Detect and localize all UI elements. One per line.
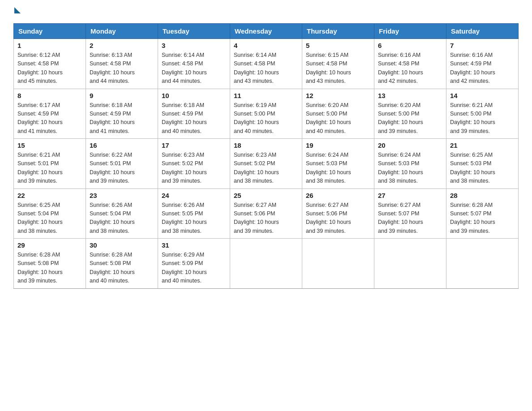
day-sun-info: Sunrise: 6:28 AMSunset: 5:08 PMDaylight:… — [90, 251, 154, 286]
day-of-week-header: Thursday — [302, 24, 374, 39]
calendar-cell: 31Sunrise: 6:29 AMSunset: 5:09 PMDayligh… — [158, 239, 230, 289]
calendar-cell — [374, 239, 446, 289]
calendar-cell: 29Sunrise: 6:28 AMSunset: 5:08 PMDayligh… — [14, 239, 86, 289]
day-number: 3 — [162, 42, 226, 49]
day-number: 23 — [90, 192, 154, 199]
day-sun-info: Sunrise: 6:14 AMSunset: 4:58 PMDaylight:… — [234, 51, 298, 86]
day-sun-info: Sunrise: 6:24 AMSunset: 5:03 PMDaylight:… — [378, 151, 442, 186]
day-number: 31 — [162, 241, 226, 249]
calendar-table: SundayMondayTuesdayWednesdayThursdayFrid… — [13, 23, 519, 289]
calendar-week-row: 1Sunrise: 6:12 AMSunset: 4:58 PMDaylight… — [14, 39, 519, 89]
day-sun-info: Sunrise: 6:20 AMSunset: 5:00 PMDaylight:… — [378, 101, 442, 136]
day-sun-info: Sunrise: 6:21 AMSunset: 5:01 PMDaylight:… — [17, 151, 82, 186]
day-sun-info: Sunrise: 6:22 AMSunset: 5:01 PMDaylight:… — [90, 151, 154, 186]
day-sun-info: Sunrise: 6:25 AMSunset: 5:04 PMDaylight:… — [17, 201, 82, 236]
day-number: 28 — [450, 192, 515, 199]
calendar-cell: 30Sunrise: 6:28 AMSunset: 5:08 PMDayligh… — [86, 239, 158, 289]
calendar-cell: 20Sunrise: 6:24 AMSunset: 5:03 PMDayligh… — [374, 139, 446, 189]
day-number: 14 — [450, 92, 515, 99]
day-sun-info: Sunrise: 6:16 AMSunset: 4:58 PMDaylight:… — [378, 51, 442, 86]
calendar-cell: 7Sunrise: 6:16 AMSunset: 4:59 PMDaylight… — [446, 39, 519, 89]
day-sun-info: Sunrise: 6:19 AMSunset: 5:00 PMDaylight:… — [234, 101, 298, 136]
calendar-cell: 25Sunrise: 6:27 AMSunset: 5:06 PMDayligh… — [230, 188, 302, 239]
day-sun-info: Sunrise: 6:27 AMSunset: 5:06 PMDaylight:… — [234, 201, 298, 236]
day-number: 7 — [450, 42, 515, 49]
day-number: 2 — [90, 42, 154, 49]
day-sun-info: Sunrise: 6:13 AMSunset: 4:58 PMDaylight:… — [90, 51, 154, 86]
day-number: 30 — [90, 241, 154, 249]
calendar-cell: 24Sunrise: 6:26 AMSunset: 5:05 PMDayligh… — [158, 188, 230, 239]
day-sun-info: Sunrise: 6:27 AMSunset: 5:07 PMDaylight:… — [378, 201, 442, 236]
calendar-cell: 17Sunrise: 6:23 AMSunset: 5:02 PMDayligh… — [158, 139, 230, 189]
day-number: 21 — [450, 141, 515, 149]
calendar-week-row: 8Sunrise: 6:17 AMSunset: 4:59 PMDaylight… — [14, 89, 519, 139]
calendar-cell: 10Sunrise: 6:18 AMSunset: 4:59 PMDayligh… — [158, 89, 230, 139]
day-number: 26 — [306, 192, 370, 199]
day-sun-info: Sunrise: 6:26 AMSunset: 5:05 PMDaylight:… — [162, 201, 226, 236]
day-of-week-header: Monday — [86, 24, 158, 39]
day-number: 11 — [234, 92, 298, 99]
calendar-cell: 6Sunrise: 6:16 AMSunset: 4:58 PMDaylight… — [374, 39, 446, 89]
calendar-cell — [446, 239, 519, 289]
day-of-week-header: Saturday — [446, 24, 519, 39]
day-of-week-header: Tuesday — [158, 24, 230, 39]
calendar-cell: 5Sunrise: 6:15 AMSunset: 4:58 PMDaylight… — [302, 39, 374, 89]
day-number: 6 — [378, 42, 442, 49]
calendar-cell: 27Sunrise: 6:27 AMSunset: 5:07 PMDayligh… — [374, 188, 446, 239]
day-number: 22 — [17, 192, 82, 199]
day-of-week-header: Wednesday — [230, 24, 302, 39]
day-number: 17 — [162, 141, 226, 149]
day-sun-info: Sunrise: 6:27 AMSunset: 5:06 PMDaylight:… — [306, 201, 370, 236]
day-number: 9 — [90, 92, 154, 99]
calendar-header-row: SundayMondayTuesdayWednesdayThursdayFrid… — [14, 24, 519, 39]
day-number: 5 — [306, 42, 370, 49]
day-sun-info: Sunrise: 6:23 AMSunset: 5:02 PMDaylight:… — [234, 151, 298, 186]
calendar-cell: 1Sunrise: 6:12 AMSunset: 4:58 PMDaylight… — [14, 39, 86, 89]
calendar-cell: 9Sunrise: 6:18 AMSunset: 4:59 PMDaylight… — [86, 89, 158, 139]
day-number: 12 — [306, 92, 370, 99]
calendar-cell: 18Sunrise: 6:23 AMSunset: 5:02 PMDayligh… — [230, 139, 302, 189]
day-sun-info: Sunrise: 6:14 AMSunset: 4:58 PMDaylight:… — [162, 51, 226, 86]
calendar-cell: 8Sunrise: 6:17 AMSunset: 4:59 PMDaylight… — [14, 89, 86, 139]
day-sun-info: Sunrise: 6:12 AMSunset: 4:58 PMDaylight:… — [17, 51, 82, 86]
day-sun-info: Sunrise: 6:24 AMSunset: 5:03 PMDaylight:… — [306, 151, 370, 186]
day-number: 25 — [234, 192, 298, 199]
calendar-week-row: 15Sunrise: 6:21 AMSunset: 5:01 PMDayligh… — [14, 139, 519, 189]
calendar-cell: 26Sunrise: 6:27 AMSunset: 5:06 PMDayligh… — [302, 188, 374, 239]
day-number: 15 — [17, 141, 82, 149]
day-number: 4 — [234, 42, 298, 49]
calendar-cell: 14Sunrise: 6:21 AMSunset: 5:00 PMDayligh… — [446, 89, 519, 139]
day-sun-info: Sunrise: 6:18 AMSunset: 4:59 PMDaylight:… — [90, 101, 154, 136]
calendar-cell: 22Sunrise: 6:25 AMSunset: 5:04 PMDayligh… — [14, 188, 86, 239]
day-sun-info: Sunrise: 6:18 AMSunset: 4:59 PMDaylight:… — [162, 101, 226, 136]
day-number: 8 — [17, 92, 82, 99]
calendar-cell: 21Sunrise: 6:25 AMSunset: 5:03 PMDayligh… — [446, 139, 519, 189]
day-sun-info: Sunrise: 6:23 AMSunset: 5:02 PMDaylight:… — [162, 151, 226, 186]
day-sun-info: Sunrise: 6:17 AMSunset: 4:59 PMDaylight:… — [17, 101, 82, 136]
day-number: 19 — [306, 141, 370, 149]
day-sun-info: Sunrise: 6:28 AMSunset: 5:07 PMDaylight:… — [450, 201, 515, 236]
day-sun-info: Sunrise: 6:25 AMSunset: 5:03 PMDaylight:… — [450, 151, 515, 186]
calendar-cell: 23Sunrise: 6:26 AMSunset: 5:04 PMDayligh… — [86, 188, 158, 239]
day-sun-info: Sunrise: 6:26 AMSunset: 5:04 PMDaylight:… — [90, 201, 154, 236]
day-sun-info: Sunrise: 6:15 AMSunset: 4:58 PMDaylight:… — [306, 51, 370, 86]
calendar-cell: 3Sunrise: 6:14 AMSunset: 4:58 PMDaylight… — [158, 39, 230, 89]
logo — [13, 9, 21, 15]
calendar-cell: 4Sunrise: 6:14 AMSunset: 4:58 PMDaylight… — [230, 39, 302, 89]
calendar-cell — [302, 239, 374, 289]
calendar-week-row: 29Sunrise: 6:28 AMSunset: 5:08 PMDayligh… — [14, 239, 519, 289]
logo-arrow-icon — [14, 7, 21, 13]
calendar-cell: 15Sunrise: 6:21 AMSunset: 5:01 PMDayligh… — [14, 139, 86, 189]
calendar-cell: 2Sunrise: 6:13 AMSunset: 4:58 PMDaylight… — [86, 39, 158, 89]
day-sun-info: Sunrise: 6:21 AMSunset: 5:00 PMDaylight:… — [450, 101, 515, 136]
calendar-cell: 16Sunrise: 6:22 AMSunset: 5:01 PMDayligh… — [86, 139, 158, 189]
day-number: 29 — [17, 241, 82, 249]
calendar-cell: 19Sunrise: 6:24 AMSunset: 5:03 PMDayligh… — [302, 139, 374, 189]
day-number: 13 — [378, 92, 442, 99]
day-number: 20 — [378, 141, 442, 149]
day-sun-info: Sunrise: 6:16 AMSunset: 4:59 PMDaylight:… — [450, 51, 515, 86]
calendar-cell: 28Sunrise: 6:28 AMSunset: 5:07 PMDayligh… — [446, 188, 519, 239]
day-number: 18 — [234, 141, 298, 149]
page-header — [13, 9, 519, 15]
calendar-cell: 13Sunrise: 6:20 AMSunset: 5:00 PMDayligh… — [374, 89, 446, 139]
